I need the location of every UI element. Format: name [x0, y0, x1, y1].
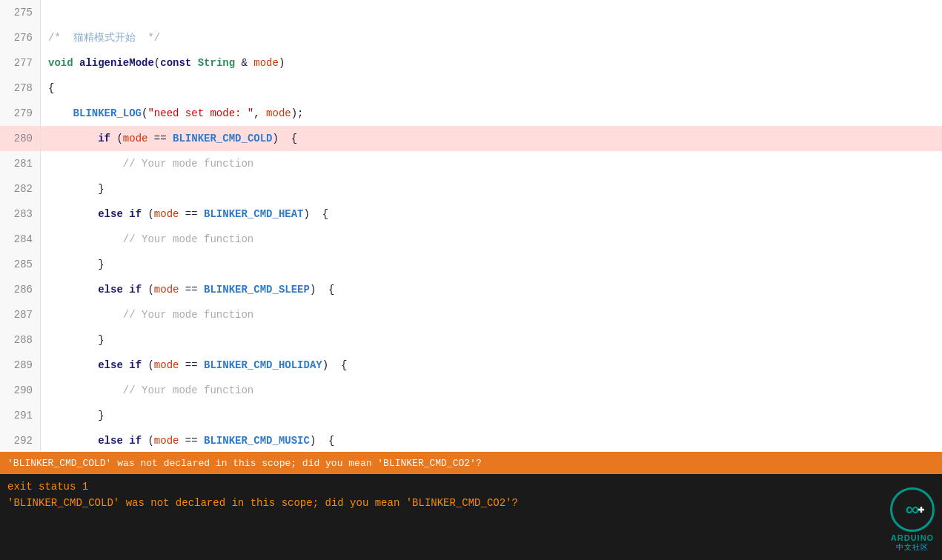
line-number-281: 281: [0, 151, 41, 176]
line-content-285: }: [41, 252, 105, 277]
line-content-277: void aligenieMode(const String & mode): [41, 50, 285, 76]
line-content-282: }: [41, 176, 105, 201]
line-number-275: 275: [0, 0, 41, 25]
svg-text:∞: ∞: [906, 498, 920, 520]
console-area: exit status 1 'BLINKER_CMD_COLD' was not…: [0, 474, 942, 560]
line-number-285: 285: [0, 252, 41, 277]
code-line-290: 290 // Your mode function: [0, 378, 942, 403]
line-content-288: }: [41, 327, 105, 353]
line-number-283: 283: [0, 201, 41, 227]
line-number-286: 286: [0, 277, 41, 302]
line-content-281: // Your mode function: [41, 151, 253, 176]
arduino-circle-icon: ∞: [890, 487, 935, 532]
line-number-277: 277: [0, 50, 41, 76]
code-line-289: 289 else if (mode == BLINKER_CMD_HOLIDAY…: [0, 353, 942, 378]
console-error-line: 'BLINKER_CMD_COLD' was not declared in t…: [7, 495, 935, 511]
line-content-290: // Your mode function: [41, 378, 253, 403]
line-number-276: 276: [0, 25, 41, 50]
console-exit-status: exit status 1: [7, 479, 935, 495]
line-content-291: }: [41, 403, 105, 428]
code-line-276: 276 /* 猫精模式开始 */: [0, 25, 942, 50]
code-line-291: 291 }: [0, 403, 942, 428]
line-number-282: 282: [0, 176, 41, 201]
line-content-283: else if (mode == BLINKER_CMD_HEAT) {: [41, 201, 328, 227]
line-content-289: else if (mode == BLINKER_CMD_HOLIDAY) {: [41, 353, 347, 378]
code-line-277: 277 void aligenieMode(const String & mod…: [0, 50, 942, 76]
line-content-284: // Your mode function: [41, 227, 253, 252]
line-number-280: 280: [0, 126, 41, 151]
error-message: 'BLINKER_CMD_COLD' was not declared in t…: [7, 458, 482, 469]
code-line-283: 283 else if (mode == BLINKER_CMD_HEAT) {: [0, 201, 942, 227]
arduino-logo: ∞ ARDUINO 中文社区: [890, 487, 935, 553]
line-number-279: 279: [0, 101, 41, 126]
code-line-286: 286 else if (mode == BLINKER_CMD_SLEEP) …: [0, 277, 942, 302]
line-number-290: 290: [0, 378, 41, 403]
code-line-278: 278 {: [0, 76, 942, 101]
code-line-288: 288 }: [0, 327, 942, 353]
line-number-292: 292: [0, 428, 41, 452]
line-number-289: 289: [0, 353, 41, 378]
line-number-291: 291: [0, 403, 41, 428]
code-line-280: 280 if (mode == BLINKER_CMD_COLD) {: [0, 126, 942, 151]
line-content-279: BLINKER_LOG("need set mode: ", mode);: [41, 101, 304, 126]
line-content-276: /* 猫精模式开始 */: [41, 25, 160, 50]
line-number-287: 287: [0, 302, 41, 327]
line-number-284: 284: [0, 227, 41, 252]
code-line-284: 284 // Your mode function: [0, 227, 942, 252]
line-content-278: {: [41, 76, 54, 101]
error-bar: 'BLINKER_CMD_COLD' was not declared in t…: [0, 452, 942, 474]
code-line-285: 285 }: [0, 252, 942, 277]
code-line-279: 279 BLINKER_LOG("need set mode: ", mode)…: [0, 101, 942, 126]
code-line-275: 275: [0, 0, 942, 25]
code-line-281: 281 // Your mode function: [0, 151, 942, 176]
code-editor: 275 276 /* 猫精模式开始 */ 277 void aligenieMo…: [0, 0, 942, 452]
code-line-287: 287 // Your mode function: [0, 302, 942, 327]
code-line-282: 282 }: [0, 176, 942, 201]
line-number-278: 278: [0, 76, 41, 101]
line-content-275: [41, 0, 48, 25]
arduino-label: ARDUINO: [891, 533, 934, 542]
line-content-287: // Your mode function: [41, 302, 253, 327]
code-line-292: 292 else if (mode == BLINKER_CMD_MUSIC) …: [0, 428, 942, 452]
line-number-288: 288: [0, 327, 41, 353]
arduino-sublabel: 中文社区: [896, 542, 929, 553]
line-content-292: else if (mode == BLINKER_CMD_MUSIC) {: [41, 428, 335, 452]
line-content-286: else if (mode == BLINKER_CMD_SLEEP) {: [41, 277, 335, 302]
line-content-280: if (mode == BLINKER_CMD_COLD) {: [41, 126, 297, 151]
